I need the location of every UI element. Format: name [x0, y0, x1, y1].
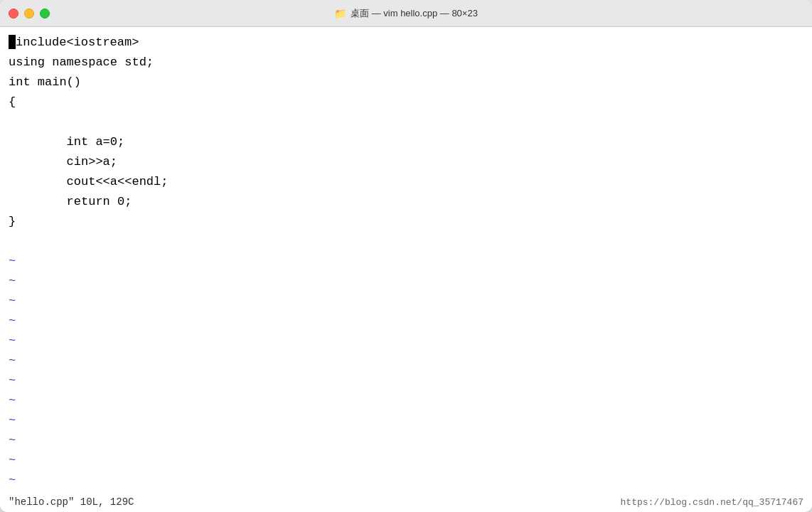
code-line: cout<<a<<endl; — [9, 172, 803, 192]
editor-area[interactable]: include<iostream> using namespace std; i… — [0, 27, 812, 492]
titlebar: 📁 桌面 — vim hello.cpp — 80×23 — [0, 0, 812, 27]
titlebar-title: 📁 桌面 — vim hello.cpp — 80×23 — [334, 7, 478, 20]
code-line — [9, 112, 803, 132]
code-line: } — [9, 212, 803, 232]
code-line: cin>>a; — [9, 152, 803, 172]
tilde-line: ~ — [9, 252, 803, 272]
window: 📁 桌面 — vim hello.cpp — 80×23 include<ios… — [0, 0, 812, 512]
tilde-line: ~ — [9, 411, 803, 431]
tilde-line: ~ — [9, 311, 803, 331]
tilde-line: ~ — [9, 431, 803, 451]
tilde-line: ~ — [9, 391, 803, 411]
folder-icon: 📁 — [334, 8, 346, 19]
maximize-button[interactable] — [40, 9, 50, 18]
cursor — [9, 35, 16, 49]
tilde-line: ~ — [9, 451, 803, 471]
code-line: using namespace std; — [9, 53, 803, 73]
code-line: include<iostream> — [9, 33, 803, 53]
tilde-line: ~ — [9, 331, 803, 351]
code-line: { — [9, 92, 803, 112]
code-line: int main() — [9, 73, 803, 92]
tilde-line: ~ — [9, 272, 803, 292]
close-button[interactable] — [9, 9, 18, 18]
code-line — [9, 232, 803, 252]
statusbar: "hello.cpp" 10L, 129C https://blog.csdn.… — [0, 492, 812, 512]
code-line: int a=0; — [9, 132, 803, 152]
statusbar-url: https://blog.csdn.net/qq_35717467 — [621, 497, 803, 508]
statusbar-file-info: "hello.cpp" 10L, 129C — [9, 496, 134, 508]
tilde-line: ~ — [9, 292, 803, 311]
tilde-line: ~ — [9, 471, 803, 491]
tilde-line: ~ — [9, 351, 803, 371]
minimize-button[interactable] — [24, 9, 34, 18]
code-line: return 0; — [9, 192, 803, 212]
tilde-line: ~ — [9, 371, 803, 391]
titlebar-text: 桌面 — vim hello.cpp — 80×23 — [351, 7, 478, 20]
traffic-lights — [9, 9, 50, 18]
code-content: include<iostream> using namespace std; i… — [0, 33, 812, 491]
